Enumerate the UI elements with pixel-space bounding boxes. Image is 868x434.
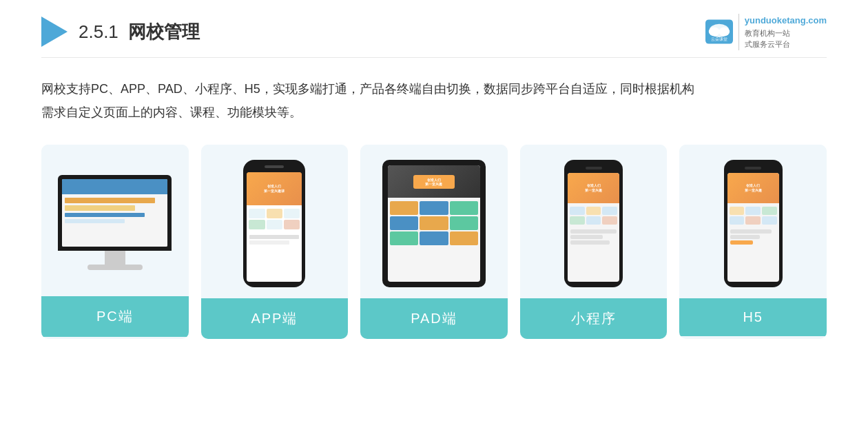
app-device: 创造人们第一堂兴趣课	[243, 160, 305, 287]
pc-device	[58, 175, 172, 270]
card-miniapp-label: 小程序	[520, 298, 668, 339]
h5-device: 创造人们第一堂兴趣	[724, 160, 783, 287]
miniapp-device: 创造人们第一堂兴趣	[564, 160, 623, 287]
page-title: 2.5.1 网校管理	[79, 20, 200, 44]
page: 2.5.1 网校管理 云朵课堂 yunduoketang.com 教育机构一站 …	[0, 0, 868, 434]
section-number: 2.5.1	[79, 21, 118, 42]
card-app: 创造人们第一堂兴趣课	[201, 145, 349, 339]
card-app-image: 创造人们第一堂兴趣课	[201, 145, 349, 298]
logo-tagline-2: 式服务云平台	[745, 39, 827, 50]
logo: 云朵课堂 yunduoketang.com 教育机构一站 式服务云平台	[705, 14, 827, 50]
card-pc: PC端	[41, 145, 189, 339]
header: 2.5.1 网校管理 云朵课堂 yunduoketang.com 教育机构一站 …	[41, 0, 827, 58]
card-pad: 创造人们第一堂兴趣	[360, 145, 508, 339]
card-miniapp-image: 创造人们第一堂兴趣	[520, 145, 668, 298]
logo-tagline-1: 教育机构一站	[745, 28, 827, 39]
description: 网校支持PC、APP、PAD、小程序、H5，实现多端打通，产品各终端自由切换，数…	[41, 77, 827, 124]
card-miniapp: 创造人们第一堂兴趣	[520, 145, 668, 339]
card-pc-image	[41, 145, 189, 296]
title-text: 网校管理	[128, 21, 200, 42]
description-line2: 需求自定义页面上的内容、课程、功能模块等。	[41, 101, 827, 124]
svg-point-2	[709, 28, 720, 37]
card-h5-image: 创造人们第一堂兴趣	[679, 145, 827, 298]
logo-url: yunduoketang.com	[745, 14, 827, 28]
h5-screen: 创造人们第一堂兴趣	[727, 173, 779, 282]
monitor-screen	[62, 179, 167, 247]
card-pad-label: PAD端	[360, 298, 508, 339]
miniapp-screen: 创造人们第一堂兴趣	[568, 173, 619, 282]
header-left: 2.5.1 网校管理	[41, 17, 200, 47]
logo-text: yunduoketang.com 教育机构一站 式服务云平台	[738, 14, 827, 50]
card-h5-label: H5	[679, 298, 827, 336]
card-pad-image: 创造人们第一堂兴趣	[360, 145, 508, 298]
card-pc-label: PC端	[41, 296, 189, 337]
pad-screen: 创造人们第一堂兴趣	[388, 165, 480, 282]
play-icon	[41, 17, 68, 47]
app-screen: 创造人们第一堂兴趣课	[247, 172, 302, 282]
card-app-label: APP端	[201, 298, 349, 339]
card-h5: 创造人们第一堂兴趣	[679, 145, 827, 339]
pad-device: 创造人们第一堂兴趣	[382, 160, 486, 287]
header-right: 云朵课堂 yunduoketang.com 教育机构一站 式服务云平台	[705, 14, 827, 50]
description-line1: 网校支持PC、APP、PAD、小程序、H5，实现多端打通，产品各终端自由切换，数…	[41, 77, 827, 101]
svg-text:云朵课堂: 云朵课堂	[711, 37, 727, 41]
svg-point-3	[719, 28, 730, 37]
cards-container: PC端 创造人们第一堂兴趣课	[41, 145, 827, 339]
logo-icon: 云朵课堂	[705, 19, 733, 44]
monitor-body	[58, 175, 172, 251]
